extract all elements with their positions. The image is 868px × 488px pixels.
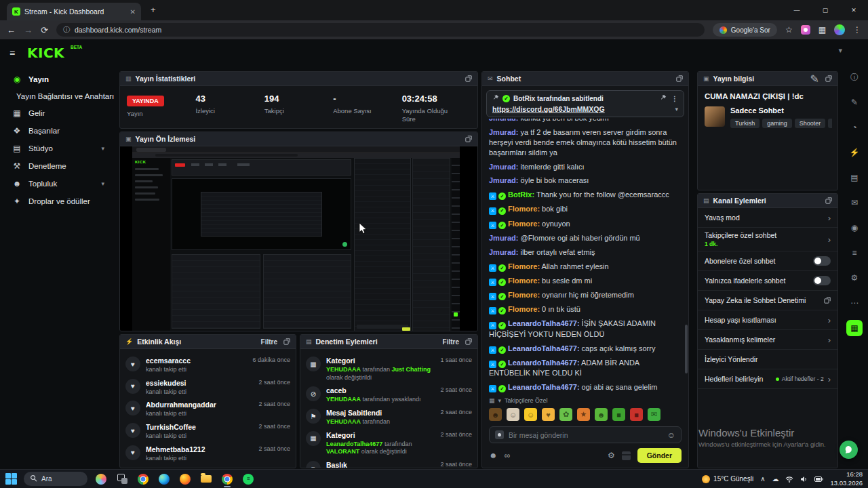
apps-icon[interactable]: ▦ xyxy=(846,320,863,336)
emote-8[interactable]: ■ xyxy=(612,408,625,421)
messages-icon[interactable]: ✉ xyxy=(846,195,863,211)
channel-action-emotes-only[interactable]: Yalnızca ifadelerle sohbet xyxy=(698,271,837,291)
chat-username[interactable]: Flomore: xyxy=(508,220,540,228)
emote-9[interactable]: ■ xyxy=(630,408,643,421)
moderation-row[interactable]: ⊘cacebYEHUDAAA tarafından yasaklandı2 sa… xyxy=(306,386,472,404)
extensions-grid-icon[interactable]: ▦ xyxy=(818,25,826,35)
back-icon[interactable]: ← xyxy=(7,25,16,35)
start-button[interactable] xyxy=(5,473,18,485)
emote-10[interactable]: ✉ xyxy=(648,408,660,421)
taskbar-app-explorer[interactable] xyxy=(199,471,214,487)
sidebar-item-yayin-baglantisi[interactable]: Yayın Bağlantısı ve Anahtarı xyxy=(0,88,117,104)
chat-settings-gear-icon[interactable]: ⚙ xyxy=(608,451,615,460)
browser-tab[interactable]: K Stream - Kick Dashboard ✕ xyxy=(7,3,141,20)
chat-username[interactable]: Jmurad: xyxy=(489,248,518,256)
channel-action-account-age[interactable]: Hesap yaşı kısıtlaması› xyxy=(698,310,837,330)
stream-preview-video[interactable]: KICK xyxy=(120,146,477,331)
pinned-link[interactable]: https://discord.gg/66JbmMMXQG xyxy=(492,105,605,113)
chat-messages[interactable]: hesolaynn: ilber ortaylı olmus☺Jmurad: k… xyxy=(482,119,688,395)
expand-icon[interactable] xyxy=(825,197,832,204)
chat-username[interactable]: Flomore: xyxy=(508,305,540,313)
window-close-button[interactable]: ✕ xyxy=(840,0,868,20)
moderation-row[interactable]: ⚑Mesaj SabitlendiYEHUDAAA tarafından2 sa… xyxy=(306,409,472,426)
identity-icon[interactable] xyxy=(495,430,504,439)
moderation-row[interactable]: ▦KategoriLeanardoTalha4677 tarafından VA… xyxy=(306,431,472,456)
gift-icon[interactable] xyxy=(622,451,631,460)
send-button[interactable]: Gönder xyxy=(637,448,682,463)
emoji-picker-icon[interactable]: ☺ xyxy=(667,430,675,440)
chat-username[interactable]: Flomore: xyxy=(508,277,540,285)
chat-username[interactable]: LeanardoTalha4677: xyxy=(508,344,580,352)
header-collapse-icon[interactable]: ▾ xyxy=(838,46,842,55)
boost-icon[interactable]: ⚡ xyxy=(846,144,863,161)
chat-message-input[interactable] xyxy=(509,431,663,439)
activity-row[interactable]: ♥ecemsaraccckanalı takip etti6 dakika ön… xyxy=(125,357,290,374)
tag-ti[interactable]: Ti xyxy=(828,119,832,128)
expand-icon[interactable] xyxy=(465,338,472,345)
new-tab-button[interactable]: + xyxy=(151,5,156,15)
viewers-icon[interactable]: ☻ xyxy=(489,451,498,460)
site-info-icon[interactable]: ⓘ xyxy=(63,25,70,35)
chat-scrollbar[interactable] xyxy=(685,325,688,373)
sidebar-item-denetleme[interactable]: ⚒Denetleme xyxy=(0,157,117,175)
tools-icon[interactable]: ⚙ xyxy=(846,270,863,286)
taskbar-weather[interactable]: 15°C Güneşli xyxy=(702,475,753,483)
emote-4[interactable]: ♥ xyxy=(542,408,555,421)
chat-username[interactable]: Flomore: xyxy=(508,291,540,299)
info-icon[interactable]: ⓘ xyxy=(846,69,863,85)
pin-toggle-icon[interactable] xyxy=(660,94,667,102)
edit-icon[interactable]: ✎ xyxy=(846,94,863,110)
sidebar-item-gelir[interactable]: ▦Gelir xyxy=(0,104,117,122)
chat-username[interactable]: Jmurad: xyxy=(489,234,518,242)
chat-input-box[interactable]: ☺ xyxy=(489,426,682,443)
emote-5[interactable]: ✿ xyxy=(559,408,572,421)
taskbar-app-chrome-active[interactable] xyxy=(220,471,235,487)
tag-gaming[interactable]: gaming xyxy=(762,119,792,128)
emote-7[interactable]: ☻ xyxy=(595,408,608,421)
window-maximize-button[interactable]: ▢ xyxy=(811,0,840,20)
expand-icon[interactable] xyxy=(465,75,472,82)
chat-username[interactable]: Jmurad: xyxy=(489,128,518,136)
pinned-message[interactable]: ✓ BotRix tarafından sabitlendi ⋮ https:/… xyxy=(486,90,684,117)
history-icon[interactable]: ◔ xyxy=(846,119,863,136)
taskbar-app-chrome[interactable] xyxy=(136,471,151,487)
taskbar-search[interactable]: Ara xyxy=(24,472,87,486)
taskbar-app-edge[interactable] xyxy=(157,471,172,487)
refresh-icon[interactable]: ⟳ xyxy=(41,25,48,35)
channel-action-ai-moderation[interactable]: Yapay Zeka ile Sohbet Denetimi xyxy=(698,291,837,310)
chat-username[interactable]: Jmurad: xyxy=(489,163,518,171)
tray-chevron-icon[interactable]: ∧ xyxy=(760,475,765,483)
wifi-icon[interactable] xyxy=(785,476,793,483)
chat-username[interactable]: LeanardoTalha4677: xyxy=(508,359,580,367)
infinity-icon[interactable]: ∞ xyxy=(505,451,511,460)
expand-icon[interactable] xyxy=(825,75,832,82)
expand-icon[interactable] xyxy=(676,75,683,82)
chat-username[interactable]: Flomore: xyxy=(508,262,540,270)
chat-username[interactable]: BotRix: xyxy=(508,190,534,199)
address-bar[interactable]: ⓘ dashboard.kick.com/stream xyxy=(56,23,705,37)
taskbar-app-firefox[interactable] xyxy=(178,471,193,487)
activity-row[interactable]: ♥essiekudesikanalı takip etti2 saat önce xyxy=(125,379,290,396)
browser-menu-icon[interactable]: ⋮ xyxy=(853,25,861,35)
channel-action-followers-only[interactable]: Takipçilere özel sohbet1 dk.› xyxy=(698,228,837,251)
list-icon[interactable]: ≡ xyxy=(846,245,863,261)
activity-row[interactable]: ♥TurrkishCoffeekanalı takip etti2 saat ö… xyxy=(125,423,290,441)
sidebar-item-basarilar[interactable]: ❖Başarılar xyxy=(0,122,117,140)
activity-row[interactable]: ♥Mehmetbaba1212kanalı takip etti2 saat ö… xyxy=(125,445,290,463)
tag-shooter[interactable]: Shooter xyxy=(795,119,826,128)
battery-icon[interactable] xyxy=(814,476,823,482)
channel-action-host-viewers[interactable]: İzleyici Yönlendir xyxy=(698,350,837,369)
external-link-icon[interactable] xyxy=(824,297,831,304)
sidebar-item-droplar[interactable]: ✦Droplar ve ödüller xyxy=(0,192,117,210)
sidebar-item-yayin[interactable]: ◉Yayın xyxy=(0,70,117,88)
forward-icon[interactable]: → xyxy=(24,25,33,35)
extension-icon[interactable] xyxy=(801,25,810,35)
taskbar-app-spotify[interactable]: ≡ xyxy=(241,471,256,487)
emote-2[interactable]: ☺ xyxy=(507,408,519,421)
onedrive-icon[interactable]: ☁ xyxy=(772,475,778,483)
category-name[interactable]: Sadece Sohbet xyxy=(730,106,832,115)
edit-icon[interactable]: ✎ xyxy=(810,73,819,85)
sidebar-item-studyo[interactable]: ▤Stüdyo▾ xyxy=(0,140,117,157)
panels-icon[interactable]: ▤ xyxy=(846,169,863,186)
window-minimize-button[interactable]: — xyxy=(783,0,811,20)
